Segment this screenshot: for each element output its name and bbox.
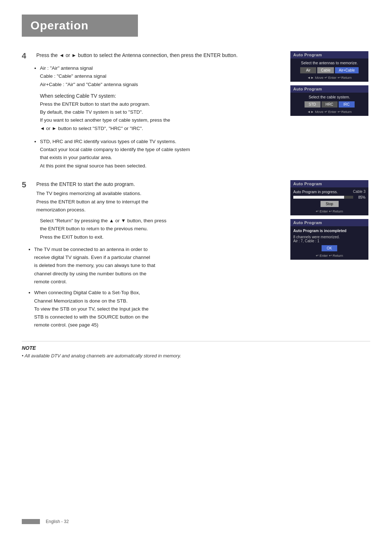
panel-2-buttons: STD HRC IRC (293, 101, 366, 108)
step-4-left: 4 Press the ◄ or ► button to select the … (22, 51, 290, 173)
step-4-panels: Auto Program Select the antennas to memo… (290, 51, 370, 116)
auto-program-panel-2: Auto Program Select the cable system. ST… (290, 85, 368, 116)
cable-note-title: When selecting Cable TV system: (40, 93, 283, 99)
panel-4-title: Auto Program (290, 219, 368, 226)
step-4-bullet-1: Air : "Air" antenna signal Cable : "Cabl… (40, 64, 283, 89)
auto-program-panel-4: Auto Program Auto Program is incompleted… (290, 219, 368, 260)
note-title: NOTE (22, 345, 370, 351)
page-footer: English - 32 (22, 519, 69, 524)
panel-4-info: 8 channels were memorized. Air : 7, Cabl… (293, 235, 366, 243)
page-title: Operation (30, 19, 129, 32)
btn-air-cable[interactable]: Air+Cable (335, 67, 358, 73)
panel-1-title: Auto Program (290, 51, 368, 58)
step-4-section: 4 Press the ◄ or ► button to select the … (22, 51, 370, 173)
panel-4-nav: ↵ Enter ↩ Return (293, 254, 366, 258)
panel-3-nav: ↵ Enter ↩ Return (293, 209, 366, 213)
btn-cable[interactable]: Cable (317, 67, 334, 73)
note-text: • All available DTV and analog channels … (22, 353, 370, 358)
main-content: 4 Press the ◄ or ► button to select the … (22, 51, 370, 358)
panel-1-nav: ◄► Move ↵ Enter ↩ Return (293, 76, 366, 80)
panel-1-buttons: Air Cable Air+Cable (293, 67, 366, 73)
stdhrc-note: STD, HRC and IRC identify various types … (40, 138, 283, 170)
incompleted-label: Auto Program is incompleted (293, 228, 366, 233)
step-5-bullets: The TV must be connected to an antenna i… (34, 246, 283, 329)
panel-2-nav: ◄► Move ↵ Enter ↩ Return (293, 110, 366, 114)
btn-air[interactable]: Air (300, 67, 316, 73)
step-4-bullets: Air : "Air" antenna signal Cable : "Cabl… (40, 64, 283, 89)
btn-std[interactable]: STD (305, 101, 320, 108)
cable-channel-label: Cable 3 (353, 190, 366, 194)
footer-text: English - 32 (46, 519, 69, 524)
auto-program-panel-3: Auto Program Auto Program in progress. C… (290, 180, 368, 215)
progress-bar-fill (293, 196, 344, 199)
step-5-instruction: Press the ENTER to start the auto progra… (36, 180, 148, 188)
progress-bar-bg (293, 196, 353, 199)
panel-2-title: Auto Program (290, 85, 368, 93)
step-4-stdhrc: STD, HRC and IRC identify various types … (40, 138, 283, 170)
panel-2-subtitle: Select the cable system. (293, 95, 366, 99)
step-5-number: 5 (22, 180, 33, 190)
step-5-bullet-1: The TV must be connected to an antenna i… (34, 246, 283, 286)
step-4-instruction: Press the ◄ or ► button to select the An… (36, 51, 238, 59)
step-5-select-return: Select "Return" by pressing the ▲ or ▼ b… (40, 217, 283, 241)
step-5-left: 5 Press the ENTER to start the auto prog… (22, 180, 290, 332)
in-progress-label: Auto Program in progress. (293, 190, 338, 194)
ok-button[interactable]: OK (322, 245, 337, 251)
btn-irc[interactable]: IRC (339, 101, 355, 108)
progress-row: 85% (293, 195, 366, 199)
panel-3-title: Auto Program (290, 180, 368, 187)
stop-button[interactable]: Stop (320, 201, 339, 207)
progress-info-row: Auto Program in progress. Cable 3 (293, 190, 366, 194)
page-header: Operation (22, 15, 138, 37)
progress-pct: 85% (355, 195, 366, 199)
step-5-bullet-2: When connecting Digital Cable to a Set-T… (34, 289, 283, 329)
btn-hrc[interactable]: HRC (322, 101, 338, 108)
auto-program-panel-1: Auto Program Select the antennas to memo… (290, 51, 368, 82)
cable-note-text: Press the ENTER button to start the auto… (40, 100, 283, 133)
step-4-number: 4 (22, 51, 33, 61)
step-5-section: 5 Press the ENTER to start the auto prog… (22, 180, 370, 332)
note-section: NOTE • All available DTV and analog chan… (22, 341, 370, 358)
step-5-details: The TV begins memorizing all available s… (36, 190, 148, 214)
footer-bar (22, 519, 40, 524)
step-5-panels: Auto Program Auto Program in progress. C… (290, 180, 370, 260)
panel-1-subtitle: Select the antennas to memorize. (293, 61, 366, 65)
